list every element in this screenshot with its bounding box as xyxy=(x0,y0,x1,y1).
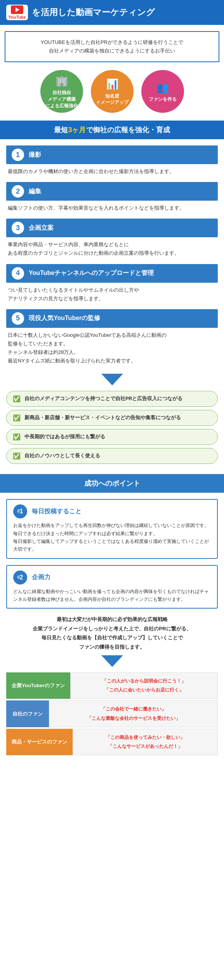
check-item-4: ✅ 自社のノウハウとして長く使える xyxy=(6,448,218,464)
fan-quote-3a: 「この商品を使ってみたい・欲しい」 xyxy=(106,734,185,741)
success-num-1: 0 1 xyxy=(13,504,27,518)
step-title-2: 編集 xyxy=(29,187,41,196)
step-num-4: 4 xyxy=(12,267,24,280)
fan-quote-1a: 「この人がいるから説明会に行こう！」 xyxy=(102,677,186,685)
step-content-2: 編集ソフトの使い方、字幕や効果音などを入れるポイントなどを指導します。 xyxy=(6,204,218,219)
check-item-1: ✅ 自社のメディアコンテンツを持つことで自社PRと広告収入につながる xyxy=(6,391,218,407)
step-title-4: YouTubeチャンネルへのアップロードと管理 xyxy=(29,269,154,277)
step-content-4: つい見てしまいたくなるタイトルやサムネイルの出し方やアナリティクスの見方などを指… xyxy=(6,286,218,309)
fan-content-1: 「この人がいるから説明会に行こう！」 「この人に会いたいからお店に行く」 xyxy=(70,672,218,699)
circle-green: 🏢 自社独自メディア構築による広報強化 xyxy=(40,70,83,113)
chart-icon: 📊 xyxy=(106,77,118,91)
step-num-3: 3 xyxy=(12,222,24,234)
circles-section: 🏢 自社独自メディア構築による広報強化 📊 知名度イメージアップ 👥 ファンを作… xyxy=(0,66,224,121)
fan-quote-3b: 「こんなサービスがあったんだ！」 xyxy=(108,743,182,750)
step-header-2: 2 編集 xyxy=(6,182,218,201)
step-num-2: 2 xyxy=(12,185,24,198)
step-title-1: 撮影 xyxy=(29,151,41,159)
check-icon-1: ✅ xyxy=(13,395,21,402)
success-text-2: どんなに綺麗な動画やかっこいい動画を撮っても企画の内容が興味を引くものでなければ… xyxy=(13,588,211,604)
check-icon-3: ✅ xyxy=(13,433,21,441)
step-content-1: 最低限のカメラや機材の使い方と企画に合わせた撮影方法を指導します。 xyxy=(6,167,218,182)
step-content-5: 日本に十数人しかいないGoogle公認YouTuberである高稲さんに動画の監修… xyxy=(6,331,218,371)
success-text-1: お金をかけた動画をアップしても再生回数が伸びない理由は継続していないことが原因で… xyxy=(13,522,211,553)
header-title: を活用した動画マーケティング xyxy=(32,7,155,18)
circle-pink: 👥 ファンを作る xyxy=(141,70,184,113)
step-content-3: 事業内容や商品・サービス内容、車内業務などもとにある程度のカテゴリとジャンルに分… xyxy=(6,240,218,264)
fan-quote-2b: 「こんな素敵な会社のサービスを受けたい」 xyxy=(87,715,180,722)
success-card-header-1: 0 1 毎日投稿すること xyxy=(13,504,211,518)
building-icon: 🏢 xyxy=(56,74,68,88)
circle-item-2: 📊 知名度イメージアップ xyxy=(91,70,134,113)
check-icon-4: ✅ xyxy=(13,452,21,460)
youtube-icon xyxy=(11,5,23,14)
success-title-1: 毎日投稿すること xyxy=(32,508,82,516)
success-cards: 0 1 毎日投稿すること お金をかけた動画をアップしても再生回数が伸びない理由は… xyxy=(0,499,224,609)
step-num-1: 1 xyxy=(12,149,24,161)
youtube-logo-box: YouTube xyxy=(6,5,28,20)
success-card-2: 0 2 企画力 どんなに綺麗な動画やかっこいい動画を撮っても企画の内容が興味を引… xyxy=(6,565,218,609)
success-title-2: 企画力 xyxy=(32,573,50,581)
steps-container: 1 撮影 最低限のカメラや機材の使い方と企画に合わせた撮影方法を指導します。 2… xyxy=(0,145,224,371)
fan-quote-2a: 「この会社で一緒に働きたい」 xyxy=(101,705,166,713)
success-num-2: 0 2 xyxy=(13,570,27,584)
step-header-3: 3 企画立案 xyxy=(6,219,218,237)
fan-card-3: 商品・サービスのファン 「この商品を使ってみたい・欲しい」 「こんなサービスがあ… xyxy=(6,729,218,755)
step-header-5: 5 現役人気YouTuberの監修 xyxy=(6,309,218,328)
intro-section: YOUTUBEを活用した自社PRができるように研修を行うことで 自社メディアの構… xyxy=(5,31,219,62)
checklist-section: ✅ 自社のメディアコンテンツを持つことで自社PRと広告収入につながる ✅ 新商品… xyxy=(0,391,224,470)
check-item-3: ✅ 中長期的ではあるが採用にも繋がる xyxy=(6,429,218,445)
header-section: YouTube を活用した動画マーケティング xyxy=(0,0,224,25)
fan-label-2: 自社のファン xyxy=(6,700,49,727)
fan-card-2: 自社のファン 「この会社で一緒に働きたい」 「こんな素敵な会社のサービスを受けた… xyxy=(6,700,218,727)
check-item-2: ✅ 新商品・新店舗・新サービス・イベントなどの告知や集客につながる xyxy=(6,410,218,426)
step-title-3: 企画立案 xyxy=(29,224,54,232)
arrow-down-2 xyxy=(0,655,224,667)
success-card-1: 0 1 毎日投稿すること お金をかけた動画をアップしても再生回数が伸びない理由は… xyxy=(6,499,218,559)
circle-item-3: 👥 ファンを作る xyxy=(141,70,184,113)
play-icon xyxy=(16,7,19,12)
blue-banner: 最短3ヶ月で御社の広報を強化・育成 xyxy=(0,121,224,139)
arrow-down-1 xyxy=(0,374,224,385)
circle-orange: 📊 知名度イメージアップ xyxy=(91,70,134,113)
intro-text: YOUTUBEを活用した自社PRができるように研修を行うことで 自社メディアの構… xyxy=(12,38,212,55)
circle-item-1: 🏢 自社独自メディア構築による広報強化 xyxy=(40,70,83,113)
fan-cards-section: 企業YouTuberのファン 「この人がいるから説明会に行こう！」 「この人に会… xyxy=(0,672,224,765)
arrow-triangle-1 xyxy=(101,374,123,385)
step-header-4: 4 YouTubeチャンネルへのアップロードと管理 xyxy=(6,264,218,283)
step-num-5: 5 xyxy=(12,312,24,325)
arrow-triangle-2 xyxy=(101,655,123,667)
fan-quote-1b: 「この人に会いたいからお店に行く」 xyxy=(104,686,184,694)
fan-content-2: 「この会社で一緒に働きたい」 「こんな素敵な会社のサービスを受けたい」 xyxy=(49,700,218,727)
youtube-text: YouTube xyxy=(8,15,26,19)
step-header-1: 1 撮影 xyxy=(6,145,218,164)
fan-label-1: 企業YouTuberのファン xyxy=(6,672,70,699)
fan-card-1: 企業YouTuberのファン 「この人がいるから説明会に行こう！」 「この人に会… xyxy=(6,672,218,699)
check-icon-2: ✅ xyxy=(13,414,21,422)
success-card-header-2: 0 2 企画力 xyxy=(13,570,211,584)
step-title-5: 現役人気YouTuberの監修 xyxy=(29,314,100,322)
fan-content-3: 「この商品を使ってみたい・欲しい」 「こんなサービスがあったんだ！」 xyxy=(73,729,218,755)
bottom-text: 最初は大変だが中長期的に必ず効果的な広報戦略 企業ブランドイメージをしっかりと考… xyxy=(6,615,218,651)
person-icon: 👥 xyxy=(156,80,169,94)
success-banner: 成功へのポイント xyxy=(0,474,224,493)
bottom-section: 最初は大変だが中長期的に必ず効果的な広報戦略 企業ブランドイメージをしっかりと考… xyxy=(0,609,224,651)
fan-label-3: 商品・サービスのファン xyxy=(6,729,73,755)
